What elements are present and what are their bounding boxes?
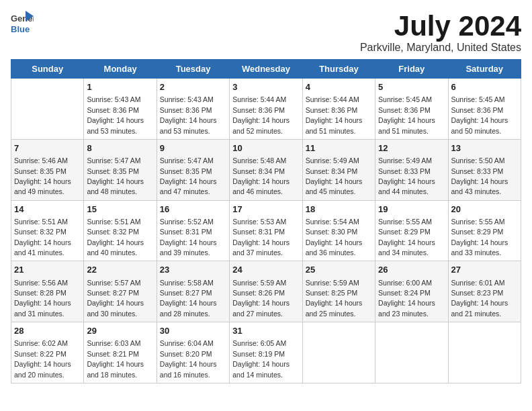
day-daylight: Daylight: 14 hours and 52 minutes. <box>232 116 290 134</box>
main-title: July 2024 <box>360 11 521 42</box>
calendar-cell: 14 Sunrise: 5:51 AM Sunset: 8:32 PM Dayl… <box>11 200 84 261</box>
calendar-cell: 29 Sunrise: 6:03 AM Sunset: 8:21 PM Dayl… <box>84 322 157 383</box>
calendar-cell: 18 Sunrise: 5:54 AM Sunset: 8:30 PM Dayl… <box>302 200 375 261</box>
day-number: 15 <box>87 203 153 216</box>
day-sunset: Sunset: 8:36 PM <box>306 106 358 114</box>
day-sunset: Sunset: 8:30 PM <box>306 228 358 236</box>
day-number: 9 <box>160 142 226 154</box>
day-sunrise: Sunrise: 5:59 AM <box>232 279 286 287</box>
calendar-cell <box>302 322 375 383</box>
calendar-cell: 11 Sunrise: 5:49 AM Sunset: 8:34 PM Dayl… <box>302 139 375 200</box>
day-sunrise: Sunrise: 5:49 AM <box>378 156 432 165</box>
day-number: 21 <box>14 264 81 276</box>
day-daylight: Daylight: 14 hours and 21 minutes. <box>451 299 508 317</box>
day-daylight: Daylight: 14 hours and 40 minutes. <box>87 238 144 257</box>
calendar-cell: 1 Sunrise: 5:43 AM Sunset: 8:36 PM Dayli… <box>84 79 157 140</box>
day-daylight: Daylight: 14 hours and 50 minutes. <box>451 116 508 134</box>
day-daylight: Daylight: 14 hours and 18 minutes. <box>87 360 144 378</box>
calendar-cell: 28 Sunrise: 6:02 AM Sunset: 8:22 PM Dayl… <box>11 322 84 383</box>
day-sunrise: Sunrise: 5:55 AM <box>451 218 505 226</box>
logo: General Blue <box>11 11 34 36</box>
day-daylight: Daylight: 14 hours and 16 minutes. <box>160 360 217 378</box>
svg-text:Blue: Blue <box>11 24 30 34</box>
day-number: 24 <box>232 264 299 276</box>
day-sunrise: Sunrise: 5:46 AM <box>14 156 68 165</box>
day-sunrise: Sunrise: 5:51 AM <box>14 218 68 226</box>
day-sunset: Sunset: 8:20 PM <box>160 350 212 358</box>
day-sunset: Sunset: 8:32 PM <box>87 228 139 236</box>
day-sunrise: Sunrise: 5:44 AM <box>306 95 359 103</box>
day-sunrise: Sunrise: 5:51 AM <box>87 218 140 226</box>
day-sunset: Sunset: 8:23 PM <box>451 289 504 297</box>
day-number: 30 <box>160 325 226 337</box>
day-number: 4 <box>306 81 372 93</box>
day-daylight: Daylight: 14 hours and 51 minutes. <box>306 116 363 134</box>
calendar-cell: 26 Sunrise: 6:00 AM Sunset: 8:24 PM Dayl… <box>375 261 448 322</box>
page-header: General Blue July 2024 Parkville, Maryla… <box>11 11 521 54</box>
calendar-week-row: 21 Sunrise: 5:56 AM Sunset: 8:28 PM Dayl… <box>11 261 521 322</box>
day-sunset: Sunset: 8:35 PM <box>14 167 66 175</box>
day-daylight: Daylight: 14 hours and 46 minutes. <box>232 177 290 195</box>
day-daylight: Daylight: 14 hours and 25 minutes. <box>306 299 363 317</box>
calendar-cell: 30 Sunrise: 6:04 AM Sunset: 8:20 PM Dayl… <box>157 322 229 383</box>
day-sunset: Sunset: 8:35 PM <box>87 167 139 175</box>
day-sunrise: Sunrise: 5:57 AM <box>87 279 140 287</box>
day-sunrise: Sunrise: 5:52 AM <box>160 218 214 226</box>
logo-svg: General Blue <box>11 11 34 36</box>
day-sunrise: Sunrise: 5:50 AM <box>451 156 505 165</box>
day-daylight: Daylight: 14 hours and 48 minutes. <box>87 177 144 195</box>
calendar-cell: 19 Sunrise: 5:55 AM Sunset: 8:29 PM Dayl… <box>375 200 448 261</box>
day-number: 27 <box>451 264 518 276</box>
day-sunset: Sunset: 8:35 PM <box>160 167 212 175</box>
day-sunset: Sunset: 8:26 PM <box>232 289 285 297</box>
calendar-week-row: 14 Sunrise: 5:51 AM Sunset: 8:32 PM Dayl… <box>11 200 521 261</box>
day-daylight: Daylight: 14 hours and 28 minutes. <box>160 299 217 317</box>
calendar-cell: 23 Sunrise: 5:58 AM Sunset: 8:27 PM Dayl… <box>157 261 229 322</box>
day-number: 25 <box>306 264 372 276</box>
day-daylight: Daylight: 14 hours and 44 minutes. <box>378 177 435 195</box>
day-sunset: Sunset: 8:27 PM <box>87 289 139 297</box>
day-number: 1 <box>87 81 153 93</box>
day-sunrise: Sunrise: 6:04 AM <box>160 339 214 347</box>
day-sunset: Sunset: 8:34 PM <box>306 167 358 175</box>
day-sunset: Sunset: 8:21 PM <box>87 350 139 358</box>
day-sunrise: Sunrise: 5:53 AM <box>232 218 286 226</box>
title-block: July 2024 Parkville, Maryland, United St… <box>360 11 521 54</box>
calendar-week-row: 28 Sunrise: 6:02 AM Sunset: 8:22 PM Dayl… <box>11 322 521 383</box>
day-sunrise: Sunrise: 5:48 AM <box>232 156 286 165</box>
day-daylight: Daylight: 14 hours and 45 minutes. <box>306 177 363 195</box>
day-daylight: Daylight: 14 hours and 27 minutes. <box>232 299 290 317</box>
day-number: 23 <box>160 264 226 276</box>
day-sunrise: Sunrise: 5:59 AM <box>306 279 359 287</box>
weekday-header: Saturday <box>448 60 521 79</box>
day-sunset: Sunset: 8:32 PM <box>14 228 66 236</box>
calendar-cell: 22 Sunrise: 5:57 AM Sunset: 8:27 PM Dayl… <box>84 261 157 322</box>
subtitle: Parkville, Maryland, United States <box>360 42 521 54</box>
day-daylight: Daylight: 14 hours and 53 minutes. <box>87 116 144 134</box>
day-sunset: Sunset: 8:31 PM <box>232 228 285 236</box>
calendar-cell: 8 Sunrise: 5:47 AM Sunset: 8:35 PM Dayli… <box>84 139 157 200</box>
day-daylight: Daylight: 14 hours and 41 minutes. <box>14 238 71 257</box>
calendar-cell: 2 Sunrise: 5:43 AM Sunset: 8:36 PM Dayli… <box>157 79 229 140</box>
weekday-header: Sunday <box>11 60 84 79</box>
day-number: 17 <box>232 203 299 216</box>
day-sunrise: Sunrise: 6:00 AM <box>378 279 432 287</box>
day-sunrise: Sunrise: 5:49 AM <box>306 156 359 165</box>
day-sunrise: Sunrise: 5:44 AM <box>232 95 286 103</box>
calendar-cell: 17 Sunrise: 5:53 AM Sunset: 8:31 PM Dayl… <box>230 200 302 261</box>
day-sunset: Sunset: 8:36 PM <box>378 106 431 114</box>
calendar-cell <box>375 322 448 383</box>
calendar-cell: 7 Sunrise: 5:46 AM Sunset: 8:35 PM Dayli… <box>11 139 84 200</box>
day-sunrise: Sunrise: 5:43 AM <box>160 95 214 103</box>
calendar-cell: 31 Sunrise: 6:05 AM Sunset: 8:19 PM Dayl… <box>230 322 302 383</box>
day-daylight: Daylight: 14 hours and 33 minutes. <box>451 238 508 257</box>
weekday-header: Wednesday <box>230 60 302 79</box>
day-number: 8 <box>87 142 153 154</box>
calendar-cell: 16 Sunrise: 5:52 AM Sunset: 8:31 PM Dayl… <box>157 200 229 261</box>
calendar-cell: 24 Sunrise: 5:59 AM Sunset: 8:26 PM Dayl… <box>230 261 302 322</box>
weekday-header: Monday <box>84 60 157 79</box>
day-number: 6 <box>451 81 518 93</box>
day-sunset: Sunset: 8:36 PM <box>451 106 504 114</box>
day-sunrise: Sunrise: 5:54 AM <box>306 218 359 226</box>
day-number: 16 <box>160 203 226 216</box>
